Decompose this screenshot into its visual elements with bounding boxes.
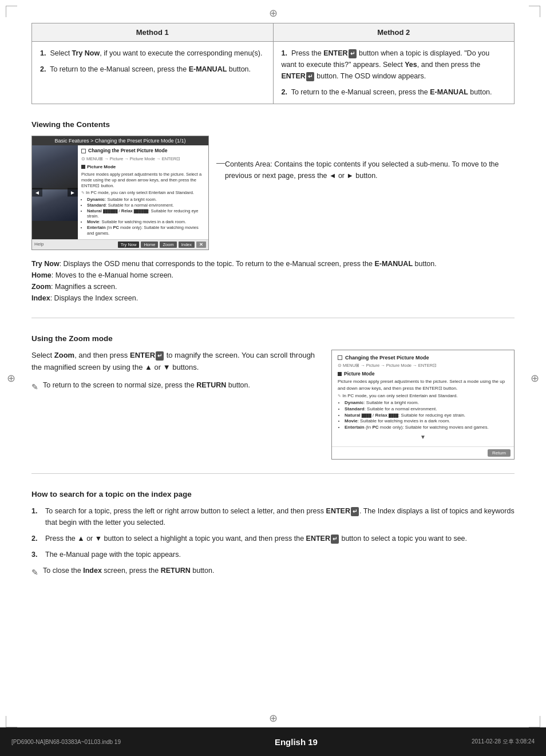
contents-inner: Basic Features > Changing the Preset Pic…: [31, 136, 515, 250]
method1-content: 1. Select Try Now, if you want to execut…: [32, 42, 274, 104]
zoom-mode-title: Using the Zoom mode: [31, 334, 515, 343]
index-ordered-list: 1. To search for a topic, press the left…: [31, 505, 515, 560]
emanual-breadcrumb: ⊙ MENU⊞ → Picture → Picture Mode → ENTER…: [81, 156, 205, 163]
contents-annotation: Contents Area: Contains the topic conten…: [219, 136, 515, 181]
compass-left-icon: ⊕: [7, 372, 15, 385]
bullet-standard: Standard: Suitable for a normal environm…: [87, 203, 205, 208]
section-divider: [31, 318, 515, 318]
zoom-mockup-sub: Picture Mode: [338, 371, 508, 377]
emanual-right-panel: Changing the Preset Picture Mode ⊙ MENU⊞…: [78, 145, 208, 239]
zoom-mockup-bullets: Dynamic: Suitable for a bright room. Sta…: [338, 400, 508, 431]
bullet-movie: Movie: Suitable for watching movies in a…: [87, 219, 205, 225]
bullet-entertain: Entertain (In PC mode only): Suitable fo…: [87, 225, 205, 236]
emanual-help-btn[interactable]: Help: [34, 242, 43, 248]
compass-bottom-icon: ⊕: [269, 712, 278, 725]
method2-step1-num: 1.: [282, 49, 287, 57]
close-btn[interactable]: ✕: [196, 242, 206, 248]
methods-table: Method 1 Method 2 1. Select Try Now, if …: [31, 23, 515, 104]
index-step1-text: To search for a topic, press the left or…: [45, 505, 515, 528]
emanual-nav-right-icon[interactable]: ►: [68, 188, 78, 197]
index-btn[interactable]: Index: [179, 242, 195, 248]
index-step3-text: The e-Manual page with the topic appears…: [45, 549, 181, 560]
picture-mode-bullets: Dynamic: Suitable for a bright room. Sta…: [81, 197, 205, 236]
zoom-mockup-breadcrumb: ⊙ MENU⊞ → Picture → Picture Mode → ENTER…: [338, 363, 508, 368]
zoom-square-icon: [338, 372, 342, 376]
zoom-mockup-body: Changing the Preset Picture Mode ⊙ MENU⊞…: [332, 350, 514, 446]
compass-top-icon: ⊕: [269, 7, 278, 19]
zoom-bullet1: Dynamic: Suitable for a bright room.: [345, 400, 508, 406]
section-divider-2: [31, 473, 515, 474]
zoom-note-text: To return to the screen to normal size, …: [43, 379, 250, 391]
home-btn[interactable]: Home: [141, 242, 158, 248]
corner-bl: [6, 716, 17, 727]
bullet-natural: Natural ██████ / Relax ██████: Suitable …: [87, 208, 205, 220]
index-step2-num: 2.: [31, 533, 41, 544]
zoom-section: Using the Zoom mode Select Zoom, and the…: [31, 334, 515, 460]
try-now-description: Try Now: Displays the OSD menu that corr…: [31, 258, 515, 304]
method1-step2-num: 2.: [40, 65, 46, 73]
checkbox-icon: [81, 149, 86, 153]
emanual-topic-title: Changing the Preset Picture Mode: [81, 148, 205, 155]
bullet-dynamic: Dynamic: Suitable for a bright room.: [87, 197, 205, 203]
zoom-return-btn[interactable]: Return: [488, 449, 511, 457]
annotation-line: [216, 163, 225, 164]
zoom-mockup-pc-note: ✎ In PC mode, you can only select Entert…: [338, 393, 508, 399]
zoom-checkbox-icon: [338, 355, 342, 360]
emanual-title-bar: Basic Features > Changing the Preset Pic…: [32, 136, 208, 145]
zoom-bullet4: Movie: Suitable for watching movies in a…: [345, 418, 508, 425]
try-now-btn[interactable]: Try Now: [118, 242, 140, 248]
index-step2: 2. Press the ▲ or ▼ button to select a h…: [31, 533, 515, 544]
bottom-bar: [PD6900-NA]BN68-03383A~01L03.indb 19 Eng…: [0, 727, 546, 756]
bottom-bar-right: 2011-02-28 오후 3:08:24: [472, 738, 535, 746]
index-note-text: To close the Index screen, press the RET…: [43, 565, 214, 576]
corner-br: [529, 716, 540, 727]
emanual-left-panel: ◄ ►: [32, 145, 78, 239]
compass-right-icon: ⊕: [531, 372, 539, 385]
index-section-title: How to search for a topic on the index p…: [31, 490, 515, 498]
index-step1: 1. To search for a topic, press the left…: [31, 505, 515, 528]
zoom-bullet5: Entertain (In PC mode only): Suitable fo…: [345, 425, 508, 431]
index-section: How to search for a topic on the index p…: [31, 490, 515, 579]
square-icon: [81, 165, 85, 169]
emanual-mockup: Basic Features > Changing the Preset Pic…: [31, 136, 209, 250]
zoom-note: ✎ To return to the screen to normal size…: [31, 379, 321, 393]
emanual-body: ◄ ► Changing the Preset Picture Mode ⊙ M…: [32, 145, 208, 239]
picture-mode-desc: Picture modes apply preset adjustments t…: [81, 172, 205, 189]
corner-tr: [529, 6, 540, 17]
emanual-picture-mode-subtitle: Picture Mode: [81, 164, 205, 170]
bottom-bar-left: [PD6900-NA]BN68-03383A~01L03.indb 19: [11, 739, 121, 745]
index-step3: 3. The e-Manual page with the topic appe…: [31, 549, 515, 560]
index-step1-num: 1.: [31, 505, 41, 517]
emanual-thumb1: [32, 145, 78, 188]
zoom-inner: Select Zoom, and then press ENTER↵ to ma…: [31, 350, 515, 460]
pc-note: ✎ In PC mode, you can only select Entert…: [81, 190, 205, 196]
zoom-mockup-title: Changing the Preset Picture Mode: [338, 355, 508, 361]
viewing-contents-title: Viewing the Contents: [31, 120, 515, 129]
viewing-contents-section: Viewing the Contents Basic Features > Ch…: [31, 120, 515, 304]
method2-header: Method 2: [273, 23, 515, 42]
method1-step1-num: 1.: [40, 49, 46, 57]
zoom-mockup-desc: Picture modes apply preset adjustments t…: [338, 378, 508, 391]
page-wrapper: ⊕ ⊕ ⊕ ⊕ Method 1 Method 2 1. Select Try …: [0, 0, 546, 756]
index-pencil-icon: ✎: [31, 566, 38, 579]
emanual-footer: Help Try Now Home Zoom Index ✕: [32, 239, 208, 250]
zoom-bullet3: Natural ████ / Relax ████: Suitable for …: [345, 413, 508, 419]
method2-content: 1. Press the ENTER↵ button when a topic …: [273, 42, 515, 104]
zoom-mockup-footer: Return: [332, 446, 514, 459]
emanual-nav-left-icon[interactable]: ◄: [32, 188, 42, 197]
zoom-text-area: Select Zoom, and then press ENTER↵ to ma…: [31, 350, 321, 393]
bottom-bar-center: English 19: [275, 737, 318, 747]
zoom-down-arrow-icon: ▼: [338, 432, 508, 442]
index-note: ✎ To close the Index screen, press the R…: [31, 565, 515, 579]
emanual-footer-btns: Try Now Home Zoom Index ✕: [118, 242, 206, 248]
method2-step2-num: 2.: [282, 88, 287, 96]
zoom-bullet2: Standard: Suitable for a normal environm…: [345, 406, 508, 413]
index-step3-num: 3.: [31, 549, 41, 560]
method1-header: Method 1: [32, 23, 274, 42]
index-step2-text: Press the ▲ or ▼ button to select a high…: [45, 533, 467, 544]
corner-tl: [6, 6, 17, 17]
zoom-mockup: Changing the Preset Picture Mode ⊙ MENU⊞…: [331, 350, 515, 460]
annotation-text: Contents Area: Contains the topic conten…: [225, 160, 499, 180]
pencil-icon: ✎: [31, 381, 38, 393]
zoom-btn[interactable]: Zoom: [160, 242, 176, 248]
